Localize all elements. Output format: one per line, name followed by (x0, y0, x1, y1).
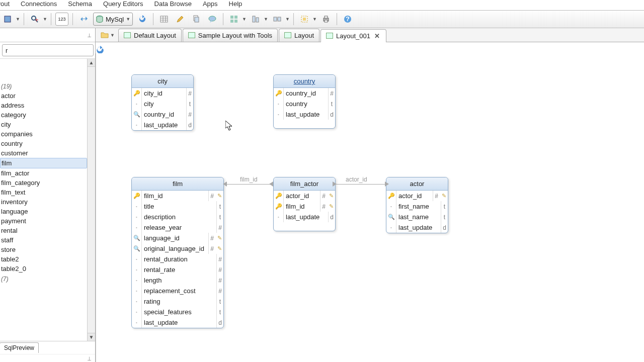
column-length[interactable]: • length # (132, 275, 223, 286)
numeric-button[interactable]: 123 (55, 13, 68, 26)
dropdown-arrow-icon[interactable]: ▼ (16, 17, 20, 22)
tree-item-table2[interactable]: table2 (0, 254, 87, 264)
tree-item-table2_0[interactable]: table2_0 (0, 264, 87, 274)
close-icon[interactable]: ✕ (373, 32, 381, 40)
toolbar-btn-1[interactable] (1, 13, 14, 26)
edit-button[interactable] (174, 13, 187, 26)
column-actor_id[interactable]: 🔑 actor_id # ✎ (274, 191, 335, 201)
tree-item-city[interactable]: city (0, 120, 87, 129)
column-last_update[interactable]: • last_update d (274, 109, 335, 120)
dropdown-arrow-icon[interactable]: ▼ (264, 17, 268, 22)
column-country_id[interactable]: 🔑 country_id # (274, 88, 335, 99)
tree-item-store[interactable]: store (0, 245, 87, 254)
entity-film[interactable]: film 🔑 film_id # ✎ • title t • descripti… (131, 177, 224, 328)
tree-item-category[interactable]: category (0, 110, 87, 120)
menu-schema[interactable]: Schema (68, 0, 92, 8)
entity-country[interactable]: country 🔑 country_id # • country t • las… (273, 74, 336, 129)
table-button[interactable] (157, 13, 171, 26)
tree-filter-input[interactable] (2, 44, 94, 56)
tree-item-film_text[interactable]: film_text (0, 188, 87, 197)
folder-icon[interactable] (101, 31, 109, 39)
column-rental_duration[interactable]: • rental_duration # (132, 254, 223, 264)
column-rating[interactable]: • rating t (132, 296, 223, 307)
tree-item-companies[interactable]: companies (0, 129, 87, 139)
menu-apps[interactable]: Apps (203, 0, 218, 8)
entity-city[interactable]: city 🔑 city_id # • city t 🔍 country_id #… (131, 74, 194, 131)
group-button[interactable] (271, 13, 284, 26)
copy-button[interactable] (190, 13, 203, 26)
menu-help[interactable]: Help (229, 0, 243, 8)
schema-tree[interactable]: (19)actoraddresscategorycitycompaniescou… (0, 59, 87, 341)
help-button[interactable]: ? (341, 13, 354, 26)
refresh-button[interactable] (136, 13, 149, 26)
column-country_id[interactable]: 🔍 country_id # (132, 109, 193, 120)
menu-connections[interactable]: Connections (21, 0, 57, 8)
sql-preview-tab[interactable]: SqlPreview (0, 342, 39, 353)
tree-item-address[interactable]: address (0, 101, 87, 110)
db-engine-select[interactable]: MySql ▼ (93, 13, 133, 26)
column-original_language_id[interactable]: 🔍 original_language_id # ✎ (132, 243, 223, 254)
tab-layout[interactable]: Layout (279, 29, 319, 42)
tree-item-actor[interactable]: actor (0, 91, 87, 101)
comment-button[interactable] (206, 13, 219, 26)
tree-item-film_actor[interactable]: film_actor (0, 168, 87, 178)
menu-query-editors[interactable]: Query Editors (103, 0, 143, 8)
zoom-button[interactable]: + (28, 13, 41, 26)
entity-title[interactable]: actor (386, 177, 448, 191)
column-last_update[interactable]: • last_update d (132, 317, 223, 328)
column-description[interactable]: • description t (132, 212, 223, 222)
column-release_year[interactable]: • release_year # (132, 222, 223, 233)
column-language_id[interactable]: 🔍 language_id # ✎ (132, 233, 223, 243)
tree-item-film_category[interactable]: film_category (0, 178, 87, 188)
tree-item-language[interactable]: language (0, 207, 87, 216)
print-button[interactable] (319, 13, 333, 26)
tab-layout-001[interactable]: Layout_001✕ (320, 29, 386, 42)
column-first_name[interactable]: • first_name t (386, 201, 448, 212)
pin-icon[interactable]: ⟂ (88, 32, 91, 39)
tree-item-payment[interactable]: payment (0, 216, 87, 226)
diagram-canvas[interactable]: city 🔑 city_id # • city t 🔍 country_id #… (96, 53, 644, 362)
menu-data-browse[interactable]: Data Browse (154, 0, 192, 8)
column-city[interactable]: • city t (132, 99, 193, 109)
pin-icon[interactable]: ⟂ (88, 355, 91, 362)
scroll-up-icon[interactable]: ▲ (88, 59, 95, 67)
column-last_update[interactable]: • last_update d (274, 212, 335, 222)
column-last_update[interactable]: • last_update d (386, 222, 448, 233)
entity-title[interactable]: film (132, 177, 223, 191)
column-film_id[interactable]: 🔑 film_id # ✎ (132, 191, 223, 201)
column-last_update[interactable]: • last_update d (132, 120, 193, 130)
scroll-down-icon[interactable]: ▼ (88, 333, 95, 341)
tree-item-staff[interactable]: staff (0, 235, 87, 245)
layout-button[interactable] (298, 13, 311, 26)
sync-button[interactable] (77, 13, 90, 26)
column-city_id[interactable]: 🔑 city_id # (132, 88, 193, 99)
dropdown-arrow-icon[interactable]: ▼ (285, 17, 289, 22)
dropdown-arrow-icon[interactable]: ▼ (110, 33, 114, 38)
tree-item-inventory[interactable]: inventory (0, 197, 87, 207)
tree-item-country[interactable]: country (0, 139, 87, 148)
column-film_id[interactable]: 🔑 film_id # ✎ (274, 201, 335, 212)
column-replacement_cost[interactable]: • replacement_cost # (132, 286, 223, 296)
entity-actor[interactable]: actor 🔑 actor_id # ✎ • first_name t 🔍 la… (386, 177, 448, 233)
tree-item-customer[interactable]: customer (0, 148, 87, 158)
dropdown-arrow-icon[interactable]: ▼ (312, 17, 316, 22)
column-actor_id[interactable]: 🔑 actor_id # ✎ (386, 191, 448, 201)
entity-film_actor[interactable]: film_actor 🔑 actor_id # ✎ 🔑 film_id # ✎ … (273, 177, 336, 231)
entity-title[interactable]: film_actor (274, 177, 335, 191)
menu-layout[interactable]: Layout (0, 0, 10, 8)
column-rental_rate[interactable]: • rental_rate # (132, 264, 223, 275)
tree-item-film[interactable]: film (0, 158, 87, 168)
column-title[interactable]: • title t (132, 201, 223, 212)
scrollbar[interactable]: ▲ ▼ (87, 59, 95, 341)
column-special_features[interactable]: • special_features t (132, 307, 223, 317)
tab-default-layout[interactable]: Default Layout (118, 29, 182, 42)
align-button[interactable] (249, 13, 262, 26)
dropdown-arrow-icon[interactable]: ▼ (43, 17, 47, 22)
tree-item-rental[interactable]: rental (0, 226, 87, 235)
entity-title[interactable]: country (274, 75, 335, 88)
dropdown-arrow-icon[interactable]: ▼ (242, 17, 246, 22)
tab-sample-layout[interactable]: Sample Layout with Tools (183, 29, 278, 42)
grid-button[interactable] (227, 13, 240, 26)
column-last_name[interactable]: 🔍 last_name t (386, 212, 448, 222)
entity-title[interactable]: city (132, 75, 193, 88)
